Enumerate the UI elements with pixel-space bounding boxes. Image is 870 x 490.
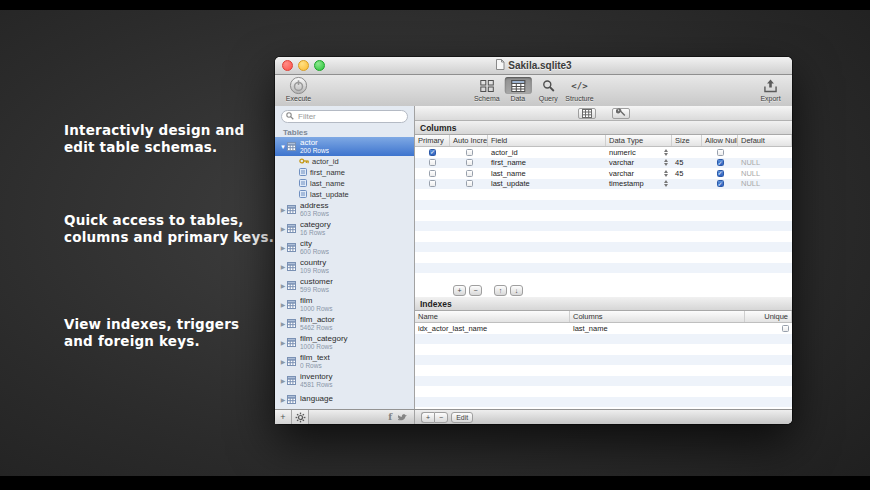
add-table-button[interactable]: + [275, 410, 292, 424]
table-list-item[interactable]: ▶inventory4581 Rows [275, 371, 414, 390]
data-type-stepper[interactable] [664, 180, 669, 187]
add-column-button[interactable]: + [453, 285, 466, 296]
disclosure-triangle-icon[interactable]: ▶ [279, 244, 287, 251]
export-button[interactable]: Export [757, 77, 784, 102]
empty-row [415, 200, 792, 211]
facebook-icon[interactable]: f [388, 412, 392, 422]
primary-checkbox[interactable]: ✓ [429, 149, 436, 156]
index-row[interactable]: idx_actor_last_namelast_name [415, 323, 792, 334]
indexes-section-title: Indexes [420, 299, 452, 309]
column-row[interactable]: ✓actor_idnumeric [415, 147, 792, 158]
data-type-cell: varchar [606, 168, 672, 179]
remove-index-button[interactable]: − [434, 412, 448, 423]
column-row[interactable]: last_updatetimestamp✓NULL [415, 179, 792, 190]
primary-checkbox[interactable] [429, 180, 436, 187]
index-header-cell: Name [415, 311, 570, 322]
column-row[interactable]: first_namevarchar45✓NULL [415, 158, 792, 169]
table-item-text: film1000 Rows [300, 297, 333, 313]
gear-button[interactable] [292, 410, 309, 424]
toolbar-item-data[interactable]: Data [504, 77, 531, 102]
disclosure-triangle-icon[interactable]: ▶ [279, 225, 287, 232]
primary-checkbox[interactable] [429, 170, 436, 177]
table-column-item[interactable]: last_name [275, 178, 414, 189]
data-type-value: numeric [609, 148, 636, 157]
data-type-cell: timestamp [606, 179, 672, 190]
table-list-item[interactable]: ▼actor200 Rows [275, 137, 414, 156]
toolbar-item-label: Data [510, 95, 525, 102]
grid-view-button[interactable] [578, 108, 596, 119]
data-type-stepper[interactable] [664, 159, 669, 166]
table-name: actor [300, 139, 329, 147]
auto-increment-checkbox[interactable] [466, 149, 473, 156]
table-column-item[interactable]: last_update [275, 189, 414, 200]
allow-null-checkbox[interactable]: ✓ [717, 170, 724, 177]
table-column-item[interactable]: actor_id [275, 156, 414, 167]
close-button[interactable] [282, 60, 293, 71]
twitter-icon[interactable] [397, 413, 408, 422]
caption-quick-access: Quick access to tables, columns and prim… [64, 212, 274, 246]
empty-row [415, 252, 792, 263]
empty-row [415, 189, 792, 200]
disclosure-triangle-icon[interactable]: ▶ [279, 377, 287, 384]
disclosure-triangle-icon[interactable]: ▶ [279, 320, 287, 327]
disclosure-triangle-icon[interactable]: ▼ [279, 144, 287, 150]
filter-input[interactable] [296, 111, 403, 122]
toolbar-item-schema[interactable]: Schema [473, 77, 500, 102]
table-name: film_category [300, 335, 348, 343]
minimize-button[interactable] [298, 60, 309, 71]
disclosure-triangle-icon[interactable]: ▶ [279, 282, 287, 289]
stepper-up-icon [664, 159, 668, 162]
add-index-button[interactable]: + [421, 412, 434, 423]
edit-index-button[interactable]: Edit [451, 412, 473, 423]
remove-column-button[interactable]: − [469, 285, 482, 296]
allow-null-checkbox[interactable]: ✓ [717, 180, 724, 187]
move-down-button[interactable]: ↓ [510, 285, 523, 296]
wrench-icon[interactable] [612, 108, 630, 119]
table-icon [287, 205, 298, 214]
toolbar-item-structure[interactable]: </>Structure [565, 77, 593, 102]
window-footer: + f + − Edit [275, 409, 792, 424]
data-type-stepper[interactable] [664, 149, 669, 156]
execute-button[interactable]: Execute [283, 77, 314, 102]
table-list-item[interactable]: ▶film_text0 Rows [275, 352, 414, 371]
primary-checkbox[interactable] [429, 159, 436, 166]
disclosure-triangle-icon[interactable]: ▶ [279, 396, 287, 403]
table-icon [287, 300, 298, 309]
field-cell: last_update [488, 179, 606, 190]
table-list-item[interactable]: ▶film1000 Rows [275, 295, 414, 314]
size-cell: 45 [672, 158, 702, 169]
disclosure-triangle-icon[interactable]: ▶ [279, 358, 287, 365]
disclosure-triangle-icon[interactable]: ▶ [279, 339, 287, 346]
disclosure-triangle-icon[interactable]: ▶ [279, 301, 287, 308]
allow-null-checkbox[interactable]: ✓ [717, 159, 724, 166]
disclosure-triangle-icon[interactable]: ▶ [279, 263, 287, 270]
auto-increment-checkbox[interactable] [466, 159, 473, 166]
table-list-item[interactable]: ▶country109 Rows [275, 257, 414, 276]
data-type-cell: varchar [606, 158, 672, 169]
data-type-stepper[interactable] [664, 170, 669, 177]
table-icon [287, 142, 298, 151]
table-list-item[interactable]: ▶address603 Rows [275, 200, 414, 219]
auto-increment-checkbox[interactable] [466, 170, 473, 177]
disclosure-triangle-icon[interactable]: ▶ [279, 206, 287, 213]
column-row[interactable]: last_namevarchar45✓NULL [415, 168, 792, 179]
unique-checkbox[interactable] [782, 325, 789, 332]
table-row-count: 599 Rows [300, 287, 333, 294]
table-list-item[interactable]: ▶category16 Rows [275, 219, 414, 238]
table-column-item[interactable]: first_name [275, 167, 414, 178]
table-list-item[interactable]: ▶language [275, 390, 414, 409]
title-bar[interactable]: Sakila.sqlite3 [275, 57, 792, 75]
default-value: NULL [741, 169, 760, 178]
table-list-item[interactable]: ▶customer599 Rows [275, 276, 414, 295]
toolbar-item-query[interactable]: Query [535, 77, 561, 102]
column-header-cell: Default [738, 135, 792, 146]
move-up-button[interactable]: ↑ [494, 285, 507, 296]
allow-null-checkbox[interactable] [717, 149, 724, 156]
table-list-item[interactable]: ▶city600 Rows [275, 238, 414, 257]
auto-increment-checkbox[interactable] [466, 180, 473, 187]
zoom-button[interactable] [314, 60, 325, 71]
table-list-item[interactable]: ▶film_category1000 Rows [275, 333, 414, 352]
table-list-item[interactable]: ▶film_actor5462 Rows [275, 314, 414, 333]
sidebar-footer: + f [275, 410, 415, 424]
column-header-cell: Field [488, 135, 606, 146]
